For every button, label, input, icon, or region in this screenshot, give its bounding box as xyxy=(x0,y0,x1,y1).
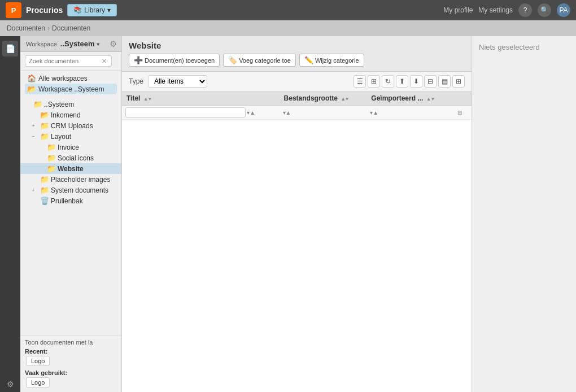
filter-title-icons: ▾▲ xyxy=(247,110,255,116)
tags-label: Toon documenten met la xyxy=(25,339,117,346)
tree-item-inkomend[interactable]: 📂 Inkomend xyxy=(20,110,121,120)
view-icons: ☰ ⊞ ↻ ⬆ ⬇ ⊟ ▤ ⊞ xyxy=(354,75,465,88)
search-clear-icon[interactable]: ✕ xyxy=(102,58,107,65)
workspace-name-link[interactable]: ..Systeem ▾ xyxy=(60,40,99,48)
frequent-label: Vaak gebruikt: xyxy=(25,369,117,376)
workspace-systeem-icon: 📂 xyxy=(27,85,36,93)
recent-tag-logo[interactable]: Logo xyxy=(26,356,50,366)
main-layout: 📄 ⚙ Workspace ..Systeem ▾ ⚙ ✕ 🏠 Alle wor… xyxy=(0,36,576,392)
sidebar: Workspace ..Systeem ▾ ⚙ ✕ 🏠 Alle workspa… xyxy=(20,36,122,392)
add-cat-icon: 🏷️ xyxy=(228,56,237,64)
tree-item-crm[interactable]: + 📁 CRM Uploads xyxy=(20,120,121,131)
tree-item-placeholder[interactable]: 📁 Placeholder images xyxy=(20,174,121,185)
search-input[interactable] xyxy=(25,55,112,67)
tree-item-trash[interactable]: 🗑️ Prullenbak xyxy=(20,195,121,206)
document-table: Titel ▲▾ Bestandsgrootte ▲▾ Geïmporteerd… xyxy=(122,92,472,120)
frequent-tag-logo[interactable]: Logo xyxy=(26,377,50,387)
download-button[interactable]: ⬇ xyxy=(410,75,422,88)
icon-bar: 📄 ⚙ xyxy=(0,36,20,392)
tree-item-invoice[interactable]: 📁 Invoice xyxy=(20,142,121,153)
tree-item-layout[interactable]: − 📁 Layout xyxy=(20,131,121,142)
my-settings-link[interactable]: My settings xyxy=(478,6,513,14)
col-actions xyxy=(454,92,472,106)
sort-title-icon: ▲▾ xyxy=(143,96,151,102)
col-size[interactable]: Bestandsgrootte ▲▾ xyxy=(280,92,367,106)
filter-imported: ▾▲ xyxy=(366,106,454,120)
library-caret-icon: ▾ xyxy=(107,6,111,14)
type-select[interactable]: Alle items Documenten Afbeeldingen xyxy=(148,75,207,88)
my-profile-link[interactable]: My profile xyxy=(443,6,473,14)
table-container: Titel ▲▾ Bestandsgrootte ▲▾ Geïmporteerd… xyxy=(122,92,472,392)
upload-button[interactable]: ⬆ xyxy=(396,75,408,88)
filter-title: ▾▲ xyxy=(122,106,280,120)
content-header: Website ➕ Document(en) toevoegen 🏷️ Voeg… xyxy=(122,36,472,72)
content-title: Website xyxy=(129,41,465,50)
app-name: Procurios xyxy=(26,6,63,15)
workspace-label: Workspace xyxy=(26,41,57,47)
icon-bar-settings[interactable]: ⚙ xyxy=(2,376,18,392)
filter-title-input[interactable] xyxy=(125,107,246,117)
breadcrumb-separator: › xyxy=(47,24,50,32)
col-imported[interactable]: Geïmporteerd ... ▲▾ xyxy=(366,92,454,106)
breadcrumb: Documenten › Documenten xyxy=(0,20,576,36)
sort-size-icon: ▲▾ xyxy=(341,96,348,102)
refresh-button[interactable]: ↻ xyxy=(382,75,394,88)
toolbar: ➕ Document(en) toevoegen 🏷️ Voeg categor… xyxy=(129,54,465,67)
workspace-header: Workspace ..Systeem ▾ ⚙ xyxy=(20,36,121,52)
help-button[interactable]: ? xyxy=(518,3,532,17)
tree-item-systeem[interactable]: 📁 ..Systeem xyxy=(20,99,121,110)
col-title[interactable]: Titel ▲▾ xyxy=(122,92,280,106)
top-nav-right: My profile My settings ? 🔍 PA xyxy=(443,3,570,17)
library-button[interactable]: 📚 Library ▾ xyxy=(67,4,117,16)
filter-imported-icons: ▾▲ xyxy=(370,110,378,116)
workspace-list: 🏠 Alle workspaces 📂 Workspace ..Systeem xyxy=(20,71,121,97)
filter-size-icons: ▾▲ xyxy=(283,110,291,116)
recent-tags: Logo xyxy=(25,355,117,367)
frequent-tags: Logo xyxy=(25,376,117,389)
add-doc-icon: ➕ xyxy=(134,56,143,64)
workspace-systeem-item[interactable]: 📂 Workspace ..Systeem xyxy=(25,84,117,94)
all-workspaces-item[interactable]: 🏠 Alle workspaces xyxy=(25,73,117,84)
main-content: Website ➕ Document(en) toevoegen 🏷️ Voeg… xyxy=(122,36,472,392)
table-filter-row: ▾▲ ▾▲ ▾▲ xyxy=(122,106,472,120)
tree-item-social[interactable]: 📁 Social icons xyxy=(20,153,121,163)
file-tree: 📁 ..Systeem 📂 Inkomend + 📁 CRM Uploads −… xyxy=(20,97,121,335)
add-category-button[interactable]: 🏷️ Voeg categorie toe xyxy=(223,54,296,67)
sort-imported-icon: ▲▾ xyxy=(426,96,434,102)
type-row: Type Alle items Documenten Afbeeldingen … xyxy=(122,72,472,92)
icon-bar-docs[interactable]: 📄 xyxy=(2,41,18,56)
filter-size: ▾▲ xyxy=(280,106,367,120)
breadcrumb-part1[interactable]: Documenten xyxy=(7,24,45,32)
edit-category-button[interactable]: ✏️ Wijzig categorie xyxy=(299,54,364,67)
top-nav-left: P Procurios 📚 Library ▾ xyxy=(6,2,117,18)
table-header-row: Titel ▲▾ Bestandsgrootte ▲▾ Geïmporteerd… xyxy=(122,92,472,106)
list-view-button[interactable]: ☰ xyxy=(354,75,366,88)
avatar-button[interactable]: PA xyxy=(557,3,570,17)
app-logo: P xyxy=(6,2,21,18)
columns-button[interactable]: ⊟ xyxy=(424,75,437,88)
tree-item-sysdocs[interactable]: + 📁 System documents xyxy=(20,185,121,195)
workspace-caret-icon: ▾ xyxy=(97,41,99,47)
filter-button[interactable]: ▤ xyxy=(438,75,451,88)
top-nav: P Procurios 📚 Library ▾ My profile My se… xyxy=(0,0,576,20)
recent-label: Recent: xyxy=(25,348,117,355)
filter-action-icon: ⊟ xyxy=(457,110,462,116)
edit-cat-icon: ✏️ xyxy=(304,56,313,64)
filter-actions: ⊟ xyxy=(454,106,472,120)
add-document-button[interactable]: ➕ Document(en) toevoegen xyxy=(129,54,220,67)
tree-item-website[interactable]: 📁 Website xyxy=(20,163,121,174)
right-panel-title: Niets geselecteerd xyxy=(479,43,569,51)
library-icon: 📚 xyxy=(73,6,82,14)
all-workspaces-icon: 🏠 xyxy=(27,74,36,82)
grid-view-button[interactable]: ⊞ xyxy=(368,75,380,88)
type-label: Type xyxy=(129,77,143,85)
search-box: ✕ xyxy=(20,52,121,71)
breadcrumb-part2: Documenten xyxy=(52,24,90,32)
workspace-gear-icon[interactable]: ⚙ xyxy=(110,39,117,49)
right-panel: Niets geselecteerd xyxy=(472,36,576,392)
tags-section: Toon documenten met la Recent: Logo Vaak… xyxy=(20,335,121,392)
search-button[interactable]: 🔍 xyxy=(538,3,551,17)
more-button[interactable]: ⊞ xyxy=(452,75,465,88)
